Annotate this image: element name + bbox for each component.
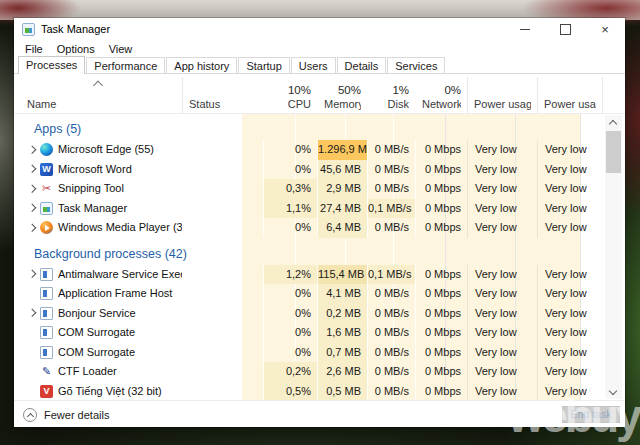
tab-users[interactable]: Users [291, 57, 336, 73]
vertical-scrollbar[interactable] [605, 115, 622, 399]
column-header-disk[interactable]: 1%Disk [367, 77, 415, 113]
microsoft-edge-icon [40, 143, 53, 156]
process-name: CTF Loader [58, 362, 117, 382]
microsoft-word-icon [40, 163, 53, 176]
title-bar[interactable]: Task Manager × [14, 18, 625, 40]
menu-file[interactable]: File [18, 43, 50, 55]
cpu-cell: 0% [263, 218, 317, 238]
disk-cell: 0,1 MB/s [367, 265, 415, 285]
memory-cell: 45,6 MB [317, 160, 367, 180]
column-header-name-label: Name [27, 98, 176, 110]
process-row[interactable]: Microsoft Edge (55) 0% 1.296,9 MB 0 MB/s… [14, 140, 625, 160]
tab-performance[interactable]: Performance [86, 57, 165, 73]
group-header-apps[interactable]: Apps (5) [14, 118, 625, 140]
process-row[interactable]: Snipping Tool 0,3% 2,9 MB 0 MB/s 0 Mbps … [14, 179, 625, 199]
process-row[interactable]: COM Surrogate 0% 1,6 MB 0 MB/s 0 Mbps Ve… [14, 323, 625, 343]
process-name: Application Frame Host [58, 284, 172, 304]
group-header-background-processes[interactable]: Background processes (42) [14, 243, 625, 265]
power-usage-cell: Very low [467, 218, 537, 238]
column-header-power-usage-trend[interactable]: Power usage t... [537, 77, 603, 113]
expand-chevron-icon[interactable] [27, 203, 37, 213]
memory-cell: 27,4 MB [317, 199, 367, 219]
column-header-network[interactable]: 0%Network [415, 77, 467, 113]
process-name: Microsoft Word [58, 160, 132, 180]
scrollbar-thumb[interactable] [606, 131, 621, 173]
tab-app-history[interactable]: App history [166, 57, 237, 73]
sort-ascending-icon [93, 81, 103, 91]
process-row[interactable]: Windows Media Player (32 bit) 0% 6,4 MB … [14, 218, 625, 238]
cpu-cell: 0,5% [263, 382, 317, 401]
expand-chevron-icon[interactable] [27, 269, 37, 279]
power-usage-cell: Very low [467, 284, 537, 304]
expand-chevron-icon[interactable] [27, 145, 37, 155]
generic-app-icon [40, 307, 53, 320]
expand-chevron-icon[interactable] [27, 184, 37, 194]
expand-chevron-icon[interactable] [27, 223, 37, 233]
power-trend-cell: Very low [537, 265, 603, 285]
maximize-button[interactable] [545, 18, 585, 40]
group-label: Background processes (42) [34, 247, 187, 261]
cpu-cell: 0% [263, 323, 317, 343]
power-usage-cell: Very low [467, 179, 537, 199]
expand-chevron-icon [27, 367, 37, 377]
column-header-status[interactable]: Status [182, 77, 263, 113]
process-row[interactable]: Bonjour Service 0% 0,2 MB 0 MB/s 0 Mbps … [14, 304, 625, 324]
expand-chevron-icon [27, 347, 37, 357]
memory-cell: 2,6 MB [317, 362, 367, 382]
disk-cell: 0 MB/s [367, 179, 415, 199]
minimize-button[interactable] [505, 18, 545, 40]
process-name: Task Manager [58, 199, 127, 219]
expand-chevron-icon [27, 386, 37, 396]
column-header-memory[interactable]: 50%Memory [317, 77, 367, 113]
power-usage-cell: Very low [467, 362, 537, 382]
menu-view[interactable]: View [102, 43, 140, 55]
menu-bar: File Options View [14, 40, 625, 57]
memory-total-percent: 50% [324, 84, 361, 96]
disk-cell: 0 MB/s [367, 304, 415, 324]
tab-processes[interactable]: Processes [18, 56, 85, 74]
generic-app-icon [40, 287, 53, 300]
power-trend-cell: Very low [537, 284, 603, 304]
process-row[interactable]: Task Manager 1,1% 27,4 MB 0,1 MB/s 0 Mbp… [14, 199, 625, 219]
ctf-loader-icon [40, 365, 53, 378]
column-header-power-usage[interactable]: Power usage [467, 77, 537, 113]
disk-cell: 0 MB/s [367, 218, 415, 238]
menu-options[interactable]: Options [50, 43, 102, 55]
power-trend-cell: Very low [537, 343, 603, 363]
expand-chevron-icon[interactable] [27, 164, 37, 174]
power-trend-cell: Very low [537, 160, 603, 180]
disk-total-percent: 1% [374, 84, 409, 96]
expand-chevron-icon[interactable] [27, 308, 37, 318]
scroll-up-icon[interactable] [605, 115, 622, 130]
tab-details[interactable]: Details [337, 57, 387, 73]
process-row[interactable]: Application Frame Host 0% 4,1 MB 0 MB/s … [14, 284, 625, 304]
tab-services[interactable]: Services [387, 57, 445, 73]
maximize-icon [560, 24, 571, 35]
memory-cell: 6,4 MB [317, 218, 367, 238]
memory-cell: 1.296,9 MB [317, 140, 367, 160]
group-label: Apps (5) [34, 122, 81, 136]
close-button[interactable]: × [585, 18, 625, 40]
fewer-details-toggle[interactable]: Fewer details [23, 408, 109, 422]
status-cell [182, 140, 263, 160]
tab-startup[interactable]: Startup [238, 57, 289, 73]
disk-cell: 0 MB/s [367, 323, 415, 343]
column-header-cpu[interactable]: 10%CPU [263, 77, 317, 113]
network-cell: 0 Mbps [415, 179, 467, 199]
column-headers: Name Status 10%CPU 50%Memory 1%Disk 0%Ne… [14, 77, 625, 114]
disk-cell: 0 MB/s [367, 284, 415, 304]
expand-chevron-icon [27, 328, 37, 338]
cpu-cell: 0% [263, 284, 317, 304]
network-cell: 0 Mbps [415, 382, 467, 401]
process-row[interactable]: CTF Loader 0,2% 2,6 MB 0 MB/s 0 Mbps Ver… [14, 362, 625, 382]
column-header-name[interactable]: Name [14, 77, 182, 113]
process-row[interactable]: COM Surrogate 0% 0,7 MB 0 MB/s 0 Mbps Ve… [14, 343, 625, 363]
power-usage-cell: Very low [467, 140, 537, 160]
network-cell: 0 Mbps [415, 323, 467, 343]
power-trend-cell: Very low [537, 199, 603, 219]
process-row[interactable]: Antimalware Service Executable 1,2% 115,… [14, 265, 625, 285]
process-row[interactable]: Microsoft Word 0% 45,6 MB 0 MB/s 0 Mbps … [14, 160, 625, 180]
process-name: Bonjour Service [58, 304, 136, 324]
window-title: Task Manager [41, 23, 110, 35]
process-name: Snipping Tool [58, 179, 124, 199]
